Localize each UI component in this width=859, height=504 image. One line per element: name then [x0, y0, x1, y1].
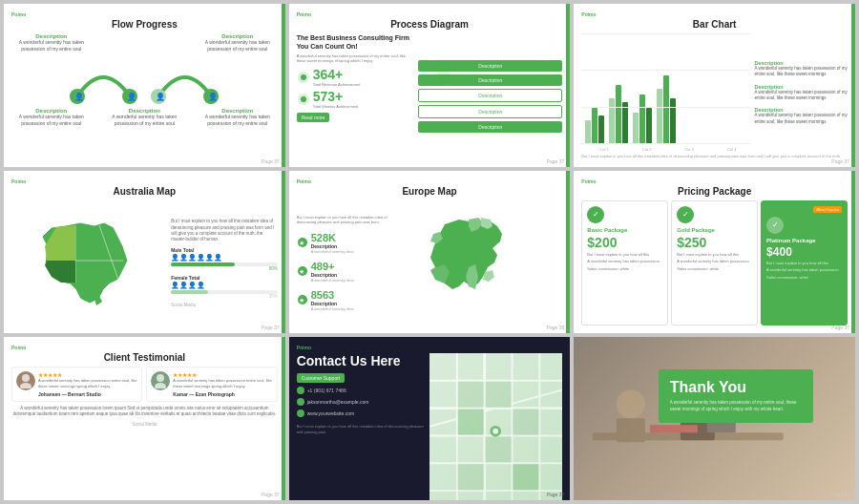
- gold-icon: ✓: [677, 206, 694, 223]
- female-icons: 👤👤👤👤: [171, 282, 205, 289]
- website-icon: [297, 410, 304, 417]
- svg-rect-52: [650, 426, 698, 433]
- platinum-title: Platinum Package: [766, 238, 842, 243]
- page-num-6: Page 37: [831, 325, 849, 330]
- stars-2: ★★★★★: [173, 371, 272, 378]
- process-box-5: Description: [418, 121, 562, 133]
- gold-feat-1: But I must explain to you how all this: [677, 252, 752, 258]
- slide-europe-map: Poimo Europe Map But I must explain to y…: [289, 171, 571, 334]
- europe-stat-value-1: 528K: [311, 232, 355, 243]
- process-stat-1: 364+: [313, 67, 361, 82]
- svg-point-48: [617, 390, 645, 419]
- gold-feat-3: Sales commission: white: [677, 266, 752, 272]
- female-label: Female Total: [171, 275, 277, 281]
- slide-label-6: Poimo: [581, 178, 848, 184]
- x-label-1: Cat 1: [585, 147, 623, 152]
- price-card-platinum: Most Popular ✓ Platinum Package $400 But…: [761, 200, 848, 326]
- email-icon: [297, 398, 304, 406]
- flow-desc-text-5: A wonderful serenity has taken possessio…: [198, 114, 278, 126]
- svg-text:👤: 👤: [208, 92, 218, 101]
- platinum-feat-1: But I must explain to you how all this: [766, 261, 842, 266]
- process-icon-2: [297, 93, 310, 106]
- flow-bottom-row: Description A wonderful serenity has tak…: [11, 108, 278, 126]
- page-num-1: Page 37: [262, 158, 280, 164]
- svg-rect-53: [707, 422, 736, 433]
- contact-website: www.yourwebsite.com: [297, 410, 430, 417]
- chart-x-labels: Cat 1 Cat 2 Cat 3 Cat 4: [585, 147, 750, 152]
- test-text-2: A wonderful serenity has taken possessio…: [173, 378, 272, 388]
- slide-testimonial: Poimo Client Testimonial ★★★★★ A wonderf…: [4, 337, 285, 500]
- europe-stat-icon-1: ★: [297, 237, 308, 248]
- testimonial-card-1: ★★★★★ A wonderful serenity has taken pos…: [11, 367, 142, 401]
- basic-price: $200: [587, 235, 662, 250]
- europe-stat-sub-1: A wonderful serenity desc: [311, 249, 355, 254]
- process-content: The Best Business Consulting Firm You Ca…: [297, 33, 563, 159]
- contact-title: Contact Us Here: [297, 353, 430, 369]
- svg-rect-43: [458, 465, 484, 491]
- bar-4-2: [663, 75, 669, 144]
- testimonial-content: ★★★★★ A wonderful serenity has taken pos…: [11, 367, 278, 493]
- bar-1-2: [592, 108, 597, 144]
- europe-stat-value-3: 8563: [311, 289, 355, 301]
- chart-right: Description A wonderful serenity has tak…: [754, 33, 848, 152]
- test-name-1: Johansen — Bernart Studio: [38, 391, 137, 397]
- avatar-icon-2: [153, 373, 168, 388]
- europe-map-svg-container: [393, 200, 562, 326]
- bar-group-4: [657, 75, 676, 144]
- bar-3-2: [639, 94, 645, 144]
- bar-4-1: [657, 89, 662, 144]
- process-stat-label-1: Total Revenue Achievement: [313, 82, 361, 87]
- testimonial-card-2: ★★★★★ A wonderful serenity has taken pos…: [146, 367, 277, 401]
- svg-point-46: [492, 429, 498, 434]
- chart-desc-text-3: A wonderful serenity has taken possessio…: [754, 113, 848, 125]
- price-card-gold: ✓ Gold Package $250 But I must explain t…: [671, 200, 758, 326]
- process-box-4: Description: [418, 105, 562, 118]
- flow-diagram-svg: 👤 👤 👤 👤: [63, 53, 225, 106]
- chart-content: Cat 1 Cat 2 Cat 3 Cat 4 Description A wo…: [581, 33, 848, 152]
- slide-thank-you: Thank You A wonderful serenity has taken…: [574, 337, 855, 500]
- europe-content: But I must explain to you how all this m…: [297, 200, 563, 326]
- slide-title-2: Process Diagram: [297, 19, 563, 30]
- process-read-more[interactable]: Read more: [297, 113, 330, 122]
- contact-phone: +1 (901) 671 7486: [297, 387, 430, 394]
- europe-stat-value-2: 489+: [311, 261, 355, 272]
- bar-2-2: [616, 85, 621, 144]
- slide-label-3: Poimo: [581, 11, 848, 17]
- female-stat: Female Total 👤👤👤👤 35%: [171, 275, 277, 299]
- svg-text:★: ★: [299, 240, 304, 246]
- side-accent-7: [282, 337, 285, 500]
- flow-desc-text-2: A wonderful serenity has taken possessio…: [198, 39, 278, 52]
- thankyou-text: A wonderful serenity has taken possessio…: [670, 400, 802, 413]
- process-left: The Best Business Consulting Firm You Ca…: [297, 33, 415, 159]
- svg-rect-39: [486, 382, 512, 408]
- avatar-icon-1: [18, 373, 33, 388]
- svg-rect-41: [458, 410, 484, 435]
- page-num-8: Page 37: [547, 492, 565, 497]
- europe-left: But I must explain to you how all this m…: [297, 200, 390, 326]
- europe-stat-3: ★ 8563 Description A wonderful serenity …: [297, 289, 390, 311]
- testimonial-footer: A wonderful serenity has taken possessio…: [11, 406, 278, 419]
- basic-feat-2: A wonderful serenity has taken possessio…: [587, 259, 662, 264]
- svg-rect-49: [617, 419, 645, 443]
- process-right: → Description Description Description De…: [418, 33, 562, 159]
- chart-footer: But I must explain to you how all this m…: [581, 154, 848, 159]
- male-stat: Male Total 👤👤👤👤👤👤 60%: [171, 247, 277, 271]
- avatar-2: [151, 371, 170, 390]
- slide-title-1: Flow Progress: [11, 19, 278, 30]
- slide-label-5: Poimo: [297, 178, 563, 184]
- phone-text: +1 (901) 671 7486: [307, 388, 346, 393]
- map-content: But I must explain to you how all this m…: [11, 200, 278, 326]
- chart-desc-text-2: A wonderful serenity has taken possessio…: [754, 90, 848, 102]
- svg-text:👤: 👤: [127, 92, 136, 101]
- website-text: www.yourwebsite.com: [307, 410, 354, 416]
- x-label-3: Cat 3: [670, 147, 708, 152]
- bar-3-1: [633, 113, 639, 144]
- europe-stat-sub-3: A wonderful serenity desc: [311, 306, 355, 311]
- slide-label-4: Poimo: [11, 178, 278, 184]
- flow-content: Description A wonderful serenity has tak…: [11, 33, 278, 159]
- page-num-9: Page 37: [831, 492, 849, 497]
- chart-area: Cat 1 Cat 2 Cat 3 Cat 4: [581, 33, 750, 152]
- side-accent-4: [282, 171, 285, 334]
- contact-content: Contact Us Here Customer Support +1 (901…: [297, 353, 563, 500]
- bar-group-2: [609, 85, 628, 144]
